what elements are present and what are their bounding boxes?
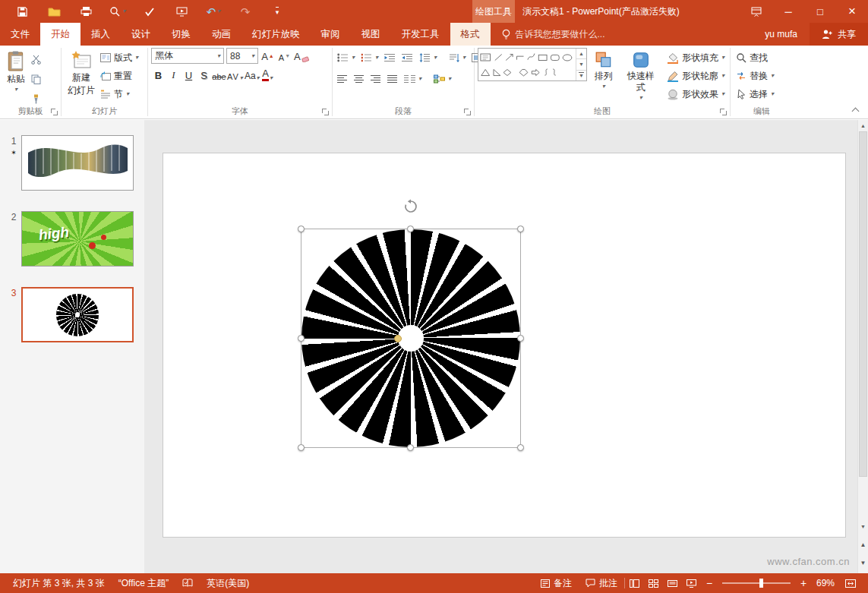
slide-counter[interactable]: 幻灯片 第 3 张, 共 3 张 xyxy=(6,573,112,593)
cut-button[interactable] xyxy=(29,51,43,68)
quick-styles-button[interactable]: 快速样式 ▾ xyxy=(620,48,661,101)
theme-name[interactable]: “Office 主题” xyxy=(112,573,175,593)
clear-formatting-button[interactable]: A xyxy=(294,48,309,64)
select-button[interactable]: 选择▾ xyxy=(734,86,776,103)
italic-button[interactable]: I xyxy=(166,67,181,83)
change-case-button[interactable]: Aa▾ xyxy=(245,67,260,83)
tab-review[interactable]: 审阅 xyxy=(311,23,351,46)
account-user-name[interactable]: yu mufa xyxy=(753,23,810,46)
tab-file[interactable]: 文件 xyxy=(0,23,40,46)
reset-button[interactable]: 重置 xyxy=(98,68,140,84)
line-spacing-button[interactable]: ▾ xyxy=(418,49,438,66)
view-normal-button[interactable] xyxy=(625,573,644,593)
tab-home[interactable]: 开始 xyxy=(40,23,80,46)
redo-button[interactable]: ↷ xyxy=(229,0,261,23)
paste-button[interactable]: 粘贴 ▾ xyxy=(3,48,29,93)
clipboard-dialog-launcher[interactable] xyxy=(50,108,58,116)
print-preview-button[interactable]: ▾ xyxy=(102,0,134,23)
font-size-combo[interactable]: 88▾ xyxy=(226,48,258,64)
quick-print-button[interactable] xyxy=(70,0,102,23)
gallery-more-button[interactable]: ▼ xyxy=(576,70,586,80)
notes-button[interactable]: 备注 xyxy=(534,573,579,593)
slide-1-thumbnail[interactable] xyxy=(21,135,134,191)
slideshow-from-start-button[interactable] xyxy=(166,0,197,23)
align-right-button[interactable] xyxy=(369,71,383,87)
increase-indent-button[interactable] xyxy=(400,49,415,66)
tab-insert[interactable]: 插入 xyxy=(80,23,121,46)
slide-canvas[interactable] xyxy=(163,153,845,537)
zoom-in-button[interactable]: + xyxy=(795,573,812,593)
bullets-button[interactable]: ▾ xyxy=(336,49,356,66)
view-slideshow-button[interactable] xyxy=(682,573,701,593)
tab-format-contextual[interactable]: 格式 xyxy=(450,23,491,46)
font-name-combo[interactable]: 黑体▾ xyxy=(151,48,224,64)
justify-button[interactable] xyxy=(386,71,399,87)
text-shadow-button[interactable]: S xyxy=(197,67,211,83)
rotate-handle[interactable] xyxy=(403,199,418,214)
new-slide-button[interactable]: 新建 幻灯片 xyxy=(65,48,98,96)
replace-button[interactable]: 替换▾ xyxy=(734,68,776,84)
tab-slideshow[interactable]: 幻灯片放映 xyxy=(241,23,311,46)
align-left-button[interactable] xyxy=(336,71,349,87)
format-painter-button[interactable] xyxy=(29,90,43,107)
slide-3-thumbnail[interactable] xyxy=(21,287,134,342)
tab-animations[interactable]: 动画 xyxy=(201,23,241,46)
spelling-button[interactable] xyxy=(134,0,166,23)
shape-fill-button[interactable]: 形状填充▾ xyxy=(664,49,727,66)
increase-font-button[interactable]: A▲ xyxy=(260,48,275,64)
tab-view[interactable]: 视图 xyxy=(351,23,391,46)
decrease-font-button[interactable]: A▼ xyxy=(277,48,292,64)
arrange-button[interactable]: 排列 ▾ xyxy=(587,48,620,90)
next-slide-button[interactable]: ▼ xyxy=(858,554,868,571)
scrollbar-thumb[interactable] xyxy=(859,131,867,477)
resize-handle-sw[interactable] xyxy=(298,444,305,451)
character-spacing-button[interactable]: AV▾ xyxy=(227,67,244,83)
open-button[interactable] xyxy=(38,0,70,23)
close-button[interactable]: × xyxy=(836,0,868,23)
slide-2-thumbnail[interactable]: high xyxy=(21,211,134,267)
tab-transitions[interactable]: 切换 xyxy=(161,23,201,46)
columns-button[interactable]: ▾ xyxy=(402,71,423,87)
shape-selection-box[interactable] xyxy=(301,229,521,448)
text-direction-button[interactable]: ▾ xyxy=(447,49,467,66)
scroll-down-button[interactable]: ▼ xyxy=(858,521,868,531)
ribbon-display-options-button[interactable] xyxy=(740,0,772,23)
shape-outline-button[interactable]: 形状轮廓▾ xyxy=(664,68,727,84)
resize-handle-ne[interactable] xyxy=(517,226,524,232)
share-button[interactable]: 共享 xyxy=(810,23,868,46)
editing-canvas[interactable]: www.cfan.com.cn xyxy=(144,120,857,573)
numbering-button[interactable]: ▾ xyxy=(359,49,380,66)
resize-handle-w[interactable] xyxy=(298,335,305,342)
font-color-button[interactable]: A▾ xyxy=(260,67,275,83)
undo-button[interactable]: ↶▾ xyxy=(197,0,229,23)
shapes-gallery[interactable]: ▲ ▼ ▼ xyxy=(478,48,587,81)
decrease-indent-button[interactable] xyxy=(383,49,397,66)
copy-button[interactable] xyxy=(29,71,43,87)
convert-smartart-button[interactable]: ▾ xyxy=(432,71,453,87)
scroll-up-button[interactable]: ▲ xyxy=(858,120,868,131)
underline-button[interactable]: U xyxy=(181,67,196,83)
zoom-slider-thumb[interactable] xyxy=(759,579,763,588)
view-reading-button[interactable] xyxy=(663,573,682,593)
layout-button[interactable]: 版式▾ xyxy=(98,49,140,66)
yellow-adjust-handle[interactable] xyxy=(394,335,402,342)
collapse-ribbon-button[interactable] xyxy=(850,105,860,114)
resize-handle-s[interactable] xyxy=(407,444,414,451)
tell-me-box[interactable]: 告诉我您想要做什么... xyxy=(501,23,605,46)
vertical-scrollbar[interactable]: ▲ ▼ ▲ ▼ xyxy=(857,120,868,573)
shape-effects-button[interactable]: 形状效果▾ xyxy=(664,86,727,103)
zoom-level[interactable]: 69% xyxy=(812,573,839,593)
previous-slide-button[interactable]: ▲ xyxy=(858,536,868,553)
resize-handle-n[interactable] xyxy=(407,226,414,232)
font-dialog-launcher[interactable] xyxy=(321,108,330,116)
minimize-button[interactable]: ─ xyxy=(772,0,804,23)
resize-handle-se[interactable] xyxy=(517,444,524,451)
comments-button[interactable]: 批注 xyxy=(579,573,624,593)
gallery-scroll-down-button[interactable]: ▼ xyxy=(576,58,586,69)
save-button[interactable] xyxy=(6,0,38,23)
bold-button[interactable]: B xyxy=(151,67,166,83)
paragraph-dialog-launcher[interactable] xyxy=(463,108,472,116)
section-button[interactable]: 节▾ xyxy=(98,86,140,103)
resize-handle-e[interactable] xyxy=(517,335,524,342)
proofing-status[interactable] xyxy=(175,573,200,593)
